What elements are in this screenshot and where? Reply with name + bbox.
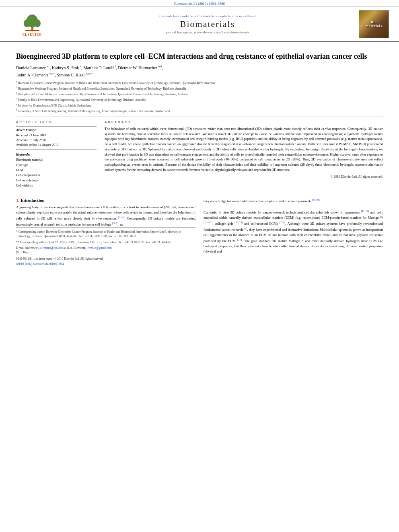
elsevier-logo-area: ELSEVIER [8, 12, 56, 37]
keyword-6: Cell viability [16, 183, 97, 189]
article-history-box: Article history: Received 23 June 2010 A… [16, 126, 97, 150]
history-label: Article history: [16, 128, 97, 132]
journal-title: Biomaterials [56, 19, 359, 29]
keyword-2: Hydrogel [16, 163, 97, 168]
affiliation-a: a Hormone Dependent Cancer Program, Inst… [16, 80, 383, 85]
section1-title: Introduction [21, 198, 45, 203]
affiliation-d: d Faculty of Built Environment and Engin… [16, 97, 383, 102]
svg-point-2 [24, 19, 30, 27]
svg-rect-4 [25, 30, 39, 31]
article-title: Bioengineered 3D platform to explore cel… [16, 52, 383, 61]
copyright-line: © 2010 Elsevier Ltd. All rights reserved… [105, 175, 383, 179]
abstract-column: ABSTRACT The behaviour of cells cultured… [105, 120, 383, 189]
keyword-1: Biomimetic material [16, 158, 97, 163]
body-content: 1. Introduction A growing body of eviden… [16, 198, 383, 270]
journal-reference-bar: Biomaterials 31 (2010) 8494–8506 [0, 0, 399, 7]
section1-left-text: A growing body of evidence suggests that… [16, 205, 195, 227]
journal-homepage: journal homepage: www.elsevier.com/locat… [56, 30, 359, 34]
journal-header: ELSEVIER Contents lists available at Con… [0, 7, 399, 42]
svg-point-3 [34, 19, 41, 27]
keywords-list: Biomimetic material Hydrogel ECM Cell en… [16, 158, 97, 189]
footnote-section: * Corresponding author. Hormone Dependen… [16, 227, 195, 266]
affiliation-c: c Discipline of Cell and Molecular Biosc… [16, 91, 383, 97]
abstract-text: The behaviour of cells cultured within t… [105, 126, 383, 173]
elsevier-label: ELSEVIER [23, 33, 42, 37]
affiliation-f: f Laboratory of Stem Cell Bioengineering… [16, 108, 383, 113]
elsevier-tree-icon [21, 12, 43, 32]
section1-right-text: they are a bridge between traditional cu… [204, 198, 383, 255]
footnote-star1: * Corresponding author. Hormone Dependen… [16, 230, 195, 239]
elsevier-logo: ELSEVIER [8, 12, 56, 37]
body-divider [16, 192, 383, 192]
main-content: Bioengineered 3D platform to explore cel… [0, 42, 399, 270]
keyword-4: Cell encapsulation [16, 173, 97, 178]
keyword-5: Cell morphology [16, 178, 97, 183]
journal-reference: Biomaterials 31 (2010) 8494–8506 [174, 2, 225, 6]
article-info-column: ARTICLE INFO Article history: Received 2… [16, 120, 97, 189]
accepted-date: Accepted 15 July 2010 [16, 138, 97, 143]
article-info-abstract-row: ARTICLE INFO Article history: Received 2… [16, 120, 383, 189]
section-divider [16, 117, 383, 117]
issn-line: 0142-9612/$ – see front matter © 2010 El… [16, 257, 195, 261]
email-link-1[interactable]: j.clements@qut.edu.au [39, 246, 66, 250]
affiliations: a Hormone Dependent Cancer Program, Inst… [16, 80, 383, 113]
abstract-label: ABSTRACT [105, 120, 383, 124]
received-date: Received 23 June 2010 [16, 133, 97, 138]
biomaterials-cover-image: Biomaterials [359, 10, 391, 38]
email-footnote: E-mail addresses: j.clements@qut.edu.au … [16, 246, 195, 255]
available-date: Available online 14 August 2010 [16, 143, 97, 148]
homepage-label: journal homepage: www.elsevier.com/locat… [166, 30, 249, 34]
science-direct-link[interactable]: Contents lists available at ScienceDirec… [197, 14, 256, 18]
keywords-label: Keywords: [16, 153, 97, 156]
science-direct-text: Contents lists available at Contents lis… [56, 14, 359, 18]
article-info-label: ARTICLE INFO [16, 120, 97, 124]
section1-heading: 1. Introduction [16, 198, 195, 203]
cover-image: Biomaterials [359, 10, 389, 38]
affiliation-b: b Regenerative Medicine Program, Institu… [16, 86, 383, 91]
journal-title-area: Contents lists available at Contents lis… [56, 14, 359, 34]
doi-link[interactable]: 10.1016/j.biomaterials.2010.07.064 [21, 262, 64, 266]
footnote-star2: ** Corresponding author. QGel SA, PSE-C … [16, 240, 195, 244]
doi-line: doi:10.1016/j.biomaterials.2010.07.064 [16, 262, 195, 266]
article-dates: Received 23 June 2010 Accepted 15 July 2… [16, 133, 97, 148]
body-right-column: they are a bridge between traditional cu… [204, 198, 383, 266]
body-left-column: 1. Introduction A growing body of eviden… [16, 198, 195, 266]
corresponding-label: Corresponding [19, 230, 37, 234]
keyword-3: ECM [16, 168, 97, 173]
email-link-2[interactable]: rizzi.sc@gmail.com [88, 246, 112, 250]
section1-number: 1. [16, 198, 21, 203]
authors-line: Daniela Loessner a,c, Kathryn S. Stok e,… [16, 64, 383, 78]
affiliation-e: e Institute for Biomechanics, ETH Zürich… [16, 103, 383, 108]
